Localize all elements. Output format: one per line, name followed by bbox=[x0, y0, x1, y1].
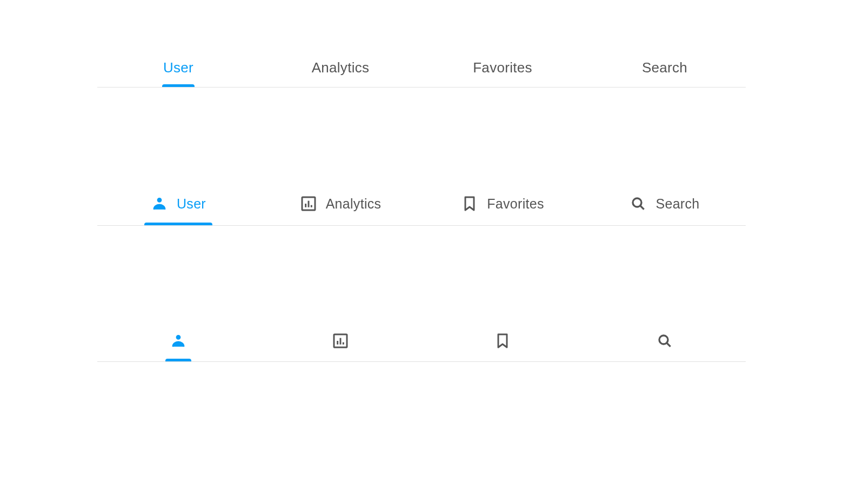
tab-label: Analytics bbox=[312, 59, 370, 76]
tabs-text-only: User Analytics Favorites Search bbox=[97, 49, 746, 88]
tab-favorites[interactable]: Favorites bbox=[422, 49, 584, 87]
tab-favorites[interactable] bbox=[422, 320, 584, 361]
tab-indicator bbox=[144, 223, 212, 225]
tab-label: Analytics bbox=[326, 196, 382, 212]
tab-indicator bbox=[165, 359, 191, 361]
tab-search[interactable]: Search bbox=[584, 182, 746, 225]
tab-user[interactable]: User bbox=[97, 182, 259, 225]
svg-point-0 bbox=[158, 198, 161, 201]
tab-search[interactable] bbox=[584, 320, 746, 361]
tab-search[interactable]: Search bbox=[584, 49, 746, 87]
tab-label: Search bbox=[642, 59, 687, 76]
tab-analytics[interactable] bbox=[259, 320, 422, 361]
user-icon bbox=[151, 195, 168, 212]
bookmark-icon bbox=[461, 195, 478, 212]
tab-user[interactable]: User bbox=[97, 49, 259, 87]
tab-analytics[interactable]: Analytics bbox=[259, 182, 422, 225]
svg-point-7 bbox=[177, 335, 180, 339]
tab-label: User bbox=[163, 59, 193, 76]
tabs-icon-only bbox=[97, 320, 746, 362]
analytics-icon bbox=[300, 195, 317, 212]
svg-line-6 bbox=[640, 206, 644, 210]
search-icon bbox=[656, 332, 673, 350]
tab-label: Search bbox=[655, 196, 699, 212]
tab-user[interactable] bbox=[97, 320, 259, 361]
search-icon bbox=[630, 195, 647, 212]
tab-favorites[interactable]: Favorites bbox=[422, 182, 584, 225]
bookmark-icon bbox=[494, 332, 511, 350]
svg-point-12 bbox=[659, 335, 668, 344]
tab-indicator bbox=[162, 84, 195, 87]
tabs-icon-text: User Analytics Favorites bbox=[97, 182, 746, 226]
svg-point-5 bbox=[633, 198, 641, 207]
tab-label: User bbox=[177, 196, 206, 212]
analytics-icon bbox=[332, 332, 349, 350]
tab-label: Favorites bbox=[473, 59, 532, 76]
svg-line-13 bbox=[667, 343, 671, 347]
user-icon bbox=[170, 332, 187, 350]
tab-analytics[interactable]: Analytics bbox=[259, 49, 422, 87]
tab-label: Favorites bbox=[487, 196, 544, 212]
